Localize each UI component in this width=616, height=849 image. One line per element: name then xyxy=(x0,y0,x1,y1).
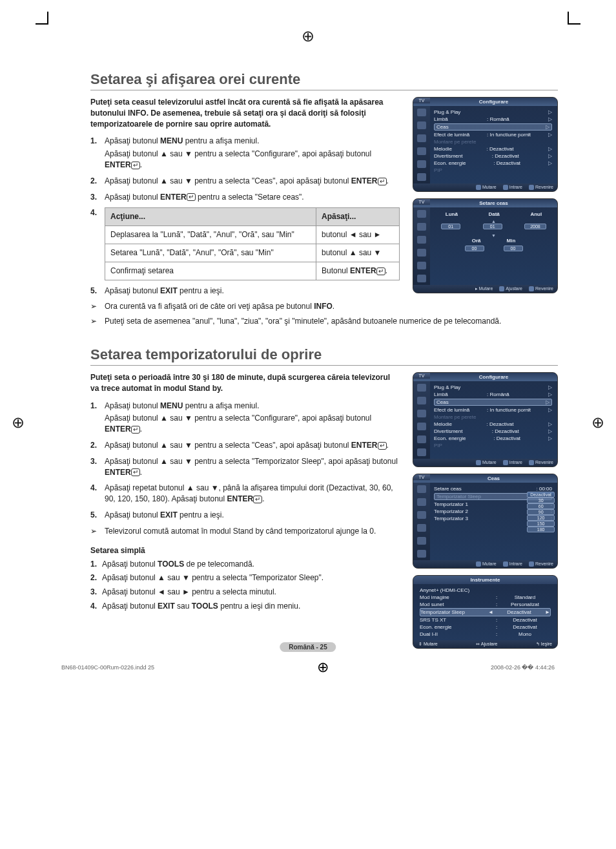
enter-icon: ↵ xyxy=(378,442,387,450)
osd-title: Configurare xyxy=(413,98,557,106)
osd-tv-label: TV xyxy=(413,98,430,103)
step1-3: Apăsaţi butonul ENTER↵ pentru a selecta … xyxy=(90,192,400,203)
section1-osd: TVConfigurare Plug & Play▷ Limbă: Română… xyxy=(413,97,558,301)
step2-3: Apăsaţi butonul ▲ sau ▼ pentru a selecta… xyxy=(90,456,400,478)
simple-3: Apăsaţi butonul ◄ sau ► pentru a selecta… xyxy=(90,587,400,598)
enter-icon: ↵ xyxy=(131,162,140,169)
print-file: BN68-01409C-00Rum-0226.indd 25 xyxy=(61,664,154,671)
action-table: Acţiune...Apăsaţi... Deplasarea la "Lună… xyxy=(105,207,400,280)
osd-sidebar-icons xyxy=(413,106,430,183)
td-r3c1: Confirmaţi setarea xyxy=(105,262,316,280)
tools-sleep-row: Temporizator Sleep◄Dezactivat► xyxy=(420,608,551,616)
osd-instrumente: Instrumente Anynet+ (HDMI-CEC) Mod imagi… xyxy=(413,575,558,649)
td-r2c2: butonul ▲ sau ▼ xyxy=(316,244,399,262)
simple-4: Apăsaţi butonul EXIT sau TOOLS pentru a … xyxy=(90,601,400,612)
page-footer-pill: Română - 25 xyxy=(280,642,336,652)
simple-2: Apăsaţi butonul ▲ sau ▼ pentru a selecta… xyxy=(90,572,400,583)
intro2: Puteţi seta o perioadă între 30 şi 180 d… xyxy=(90,372,400,394)
section2-text: Puteţi seta o perioadă între 30 şi 180 d… xyxy=(90,372,400,649)
subhead-simple: Setarea simplă xyxy=(90,546,400,555)
step1-5: Apăsaţi butonul EXIT pentru a ieşi. xyxy=(90,286,400,297)
print-footer: BN68-01409C-00Rum-0226.indd 25 ⊕ 2008-02… xyxy=(0,659,616,676)
registration-mark-bottom: ⊕ xyxy=(317,659,329,676)
step2-1: Apăsaţi butonul MENU pentru a afişa meni… xyxy=(90,401,400,435)
step2-2: Apăsaţi butonul ▲ sau ▼ pentru a selecta… xyxy=(90,440,400,451)
enter-icon: ↵ xyxy=(131,468,140,476)
heading-setarea-ora: Setarea şi afişarea orei curente xyxy=(90,71,558,90)
note2: Puteţi seta de asemenea "anul", "luna", … xyxy=(90,316,558,327)
td-r1c2: butonul ◄ sau ► xyxy=(316,226,399,244)
osd-row-ceas: Ceas▷ xyxy=(434,123,552,131)
sleep-options: Dezactivat 30 60 90 120 150 180 xyxy=(527,492,555,532)
step2-5: Apăsaţi butonul EXIT pentru a ieşi. xyxy=(90,510,400,521)
page-content: Setarea şi afişarea orei curente Puteţi … xyxy=(0,0,616,687)
heading-temporizator: Setarea temporizatorului de oprire xyxy=(90,346,558,366)
steps2: Apăsaţi butonul MENU pentru a afişa meni… xyxy=(90,401,400,521)
note1: Ora curentă va fi afişată ori de câte or… xyxy=(90,301,558,312)
td-r1c1: Deplasarea la "Lună", "Dată", "Anul", "O… xyxy=(105,226,316,244)
simple-steps: Apăsaţi butonul TOOLS de pe telecomandă.… xyxy=(90,559,400,612)
intro1: Puteţi seta ceasul televizorului astfel … xyxy=(90,97,400,129)
steps1: Apăsaţi butonul MENU pentru a afişa meni… xyxy=(90,136,400,296)
step1-1: Apăsaţi butonul MENU pentru a afişa meni… xyxy=(90,136,400,170)
note2-1: Televizorul comută automat în modul Stan… xyxy=(90,526,400,537)
step1-2: Apăsaţi butonul ▲ sau ▼ pentru a selecta… xyxy=(90,176,400,187)
osd-setare-ceas: TVSetare ceas LunăDatăAnul ▲ 01012008 ▼ … xyxy=(413,198,558,293)
step1-4: Acţiune...Apăsaţi... Deplasarea la "Lună… xyxy=(90,207,400,280)
osd-ceas: TVCeas Setare ceas: 00:00 Temporizator S… xyxy=(413,474,558,569)
enter-icon: ↵ xyxy=(131,426,140,434)
td-r3c2: Butonul ENTER↵. xyxy=(316,262,399,280)
enter-icon: ↵ xyxy=(376,267,385,275)
th-actiune: Acţiune... xyxy=(105,208,316,226)
enter-icon: ↵ xyxy=(187,193,196,201)
section2-osd: TVConfigurare Plug & Play▷ Limbă: Română… xyxy=(413,372,558,649)
osd-configurare-2: TVConfigurare Plug & Play▷ Limbă: Română… xyxy=(413,372,558,467)
simple-1: Apăsaţi butonul TOOLS de pe telecomandă. xyxy=(90,559,400,570)
section1-row: Puteţi seta ceasul televizorului astfel … xyxy=(90,97,558,301)
section1-text: Puteţi seta ceasul televizorului astfel … xyxy=(90,97,400,301)
enter-icon: ↵ xyxy=(378,178,387,185)
section2-row: Puteţi seta o perioadă între 30 şi 180 d… xyxy=(90,372,558,649)
th-apasati: Apăsaţi... xyxy=(316,208,399,226)
step2-4: Apăsaţi repetat butonul ▲ sau ▼, până la… xyxy=(90,483,400,505)
td-r2c1: Setarea "Lună", "Dată", "Anul", "Oră", s… xyxy=(105,244,316,262)
osd-configurare-1: TVConfigurare Plug & Play▷ Limbă: Română… xyxy=(413,97,558,192)
enter-icon: ↵ xyxy=(253,496,262,503)
print-date: 2008-02-26 �� 4:44:26 xyxy=(491,664,555,671)
